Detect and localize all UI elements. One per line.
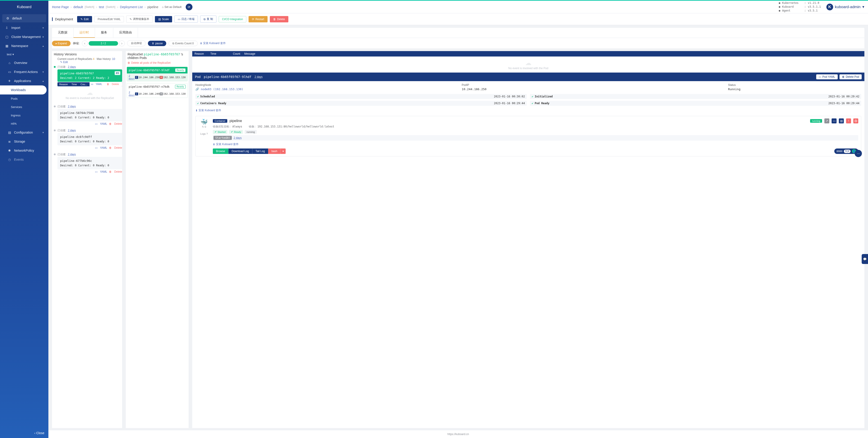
sidebar-item-workloads[interactable]: Workloads bbox=[0, 86, 46, 95]
crumb-switch[interactable]: [Switch] bbox=[85, 5, 94, 9]
install-link[interactable]: ⬇ 安装 Kuboard 套件 bbox=[213, 142, 239, 146]
restart-button[interactable]: ⟳ Restart bbox=[249, 16, 268, 22]
rs-delete-link[interactable]: 🗑 Delete bbox=[109, 170, 122, 173]
rs-events-header: ReasonTimeCou... ▭ YAML 🗑 Delete bbox=[57, 82, 122, 86]
replicaset-item[interactable]: 已创建: 2 days #4 pipeline-6b65f65f67 Desir… bbox=[52, 65, 122, 102]
crumb-home[interactable]: Home Page bbox=[52, 5, 69, 9]
edit-button[interactable]: ✎ Edit bbox=[77, 16, 92, 22]
pod-card[interactable]: pipeline-6b65f65f67-n7kdkReady 2 days C1… bbox=[127, 83, 188, 98]
crumb-test[interactable]: test bbox=[99, 5, 104, 9]
auto-scale-button[interactable]: 自动伸缩 bbox=[127, 40, 146, 46]
tabs: 元数据 运行时 服务 应用路由 bbox=[52, 28, 864, 38]
import-icon: ⇩ bbox=[4, 26, 9, 30]
rs-yaml-link[interactable]: ▭ YAML bbox=[95, 170, 107, 173]
install-link[interactable]: ⬇ 安装 Kuboard 套件 bbox=[195, 108, 221, 112]
ghost-icon: ☁ bbox=[57, 89, 122, 97]
chevron-up-icon: ▴ bbox=[42, 44, 44, 47]
scale-value: 2 / 2 bbox=[89, 41, 118, 46]
toolbar: Deployment ✎ Edit Preview/Edit YAML ✎ 调整… bbox=[49, 13, 868, 25]
node-link[interactable]: 🔗 node03 (192.168.153.130) bbox=[195, 88, 462, 91]
sidebar-item-hpa[interactable]: HPA bbox=[0, 120, 49, 128]
rs-delete-link[interactable]: 🗑 Delete bbox=[109, 146, 122, 149]
crumb-deploylist[interactable]: Deployment List bbox=[120, 5, 143, 9]
scale-button[interactable]: ▤ Scale bbox=[155, 16, 172, 22]
pod-card[interactable]: pipeline-6b65f65f67-9lhdfReady 2 days C1… bbox=[127, 67, 188, 81]
avatar: K bbox=[827, 4, 833, 10]
expand-button[interactable]: ▸ Expand bbox=[52, 41, 70, 46]
pause-button[interactable]: ⏸pause bbox=[148, 41, 166, 46]
replicaset-item[interactable]: 已创建: 2 days pipeline-677b6c96cDesired: 0… bbox=[52, 152, 122, 174]
rs-yaml-link[interactable]: ▭ YAML bbox=[95, 146, 107, 149]
crumb-switch2[interactable]: [Switch] bbox=[106, 5, 115, 9]
sidebar-item-overview[interactable]: ⌂Overview bbox=[0, 58, 49, 67]
copy-button[interactable]: ⧉ 复 制 bbox=[200, 15, 216, 23]
events-count-button[interactable]: ⧉ Events Count 0 bbox=[168, 41, 197, 46]
replicaset-item[interactable]: 已创建: 2 days pipeline-dc6fc9dffDesired: 0… bbox=[52, 128, 122, 150]
sidebar: Kuboard ⚙default ⇩Import▾ ▢Cluster Manag… bbox=[0, 1, 49, 438]
sidebar-namespace-test[interactable]: test ▾ bbox=[0, 50, 49, 58]
warn-button[interactable]: ! bbox=[846, 119, 851, 124]
rs-yaml-link[interactable]: ▭ YAML bbox=[95, 122, 107, 126]
more-fab[interactable]: ⋯ bbox=[855, 150, 862, 157]
pod-yaml-button[interactable]: ▭ Pod YAML bbox=[816, 74, 837, 79]
power-button[interactable]: ⏻ bbox=[853, 119, 858, 124]
file-button[interactable]: ▭ bbox=[832, 119, 837, 124]
tab-route[interactable]: 应用路由 bbox=[113, 28, 138, 38]
sidebar-item-configuration[interactable]: ▤Configuration▾ bbox=[0, 128, 49, 137]
docker-icon: 🐳 bbox=[198, 119, 210, 126]
tab-runtime[interactable]: 运行时 bbox=[73, 28, 95, 38]
chat-fab[interactable]: 💬 bbox=[862, 254, 868, 264]
scale-up-button[interactable]: › bbox=[119, 40, 125, 46]
user-menu[interactable]: K kuboard-admin ▾ bbox=[827, 4, 864, 10]
chevron-down-icon: ▾ bbox=[42, 70, 44, 73]
set-default-link[interactable]: ⌂Set as Default bbox=[162, 5, 182, 9]
sidebar-item-applications[interactable]: ✈Applications▴ bbox=[0, 76, 49, 86]
tab-meta[interactable]: 元数据 bbox=[52, 28, 73, 38]
delete-button[interactable]: 🗑 Delete bbox=[270, 16, 288, 22]
replicaset-item[interactable]: 已创建: 2 days pipeline-58764c7588Desired: … bbox=[52, 104, 122, 126]
sidebar-item-frequent[interactable]: ▭Frequent Actions▾ bbox=[0, 67, 49, 76]
sidebar-item-import[interactable]: ⇩Import▾ bbox=[0, 23, 49, 32]
browse-button[interactable]: Browse bbox=[213, 148, 228, 154]
delete-all-pods-link[interactable]: 🗑 Delete all pods of the ReplicaSet bbox=[126, 61, 172, 66]
sidebar-item-cluster[interactable]: ▢Cluster Management▾ bbox=[0, 32, 49, 41]
sidebar-item-namespace[interactable]: ▦Namespace▴ bbox=[0, 41, 49, 50]
bash-dropdown[interactable]: ▾ bbox=[281, 148, 286, 154]
check-icon: ✔ bbox=[197, 102, 199, 105]
rs-delete-link[interactable]: 🗑 Delete bbox=[105, 82, 122, 86]
gear-icon: ⚙ bbox=[5, 16, 10, 20]
sidebar-item-ingress[interactable]: Ingress bbox=[0, 111, 49, 120]
help-icon[interactable]: ? bbox=[206, 132, 208, 135]
sidebar-item-default[interactable]: ⚙default bbox=[2, 14, 46, 22]
topbar: Home Page› default [Switch]› test [Switc… bbox=[49, 1, 868, 13]
rs-yaml-link[interactable]: ▭ YAML bbox=[90, 82, 105, 86]
mirror-button[interactable]: ✎ 调整镜像版本 bbox=[126, 15, 153, 23]
container-name: pipeline bbox=[229, 119, 242, 123]
sidebar-item-events[interactable]: ◷Events bbox=[0, 155, 49, 164]
terminal-button[interactable]: ▤ bbox=[839, 119, 844, 124]
install-link[interactable]: ⬇ 安装 Kuboard 套件 bbox=[200, 41, 226, 45]
crumb-default[interactable]: default bbox=[73, 5, 83, 9]
yaml-button[interactable]: Preview/Edit YAML bbox=[94, 16, 124, 22]
config-icon: ▤ bbox=[7, 131, 12, 134]
caret-down-icon: ▾ bbox=[862, 4, 864, 9]
pods-column: ReplicaSet pipeline-6b65f65f67 's childr… bbox=[126, 51, 189, 428]
tab-service[interactable]: 服务 bbox=[95, 28, 113, 38]
share-button[interactable]: ↗ bbox=[824, 119, 829, 124]
bash-button[interactable]: bash bbox=[268, 148, 281, 154]
pod-delete-button[interactable]: 🗑 Delete Pod bbox=[839, 74, 862, 79]
container-tag: Container bbox=[213, 119, 227, 123]
sidebar-item-storage[interactable]: ≣Storage bbox=[0, 137, 49, 146]
tail-log-button[interactable]: Tail Log bbox=[252, 148, 268, 154]
history-edit-link[interactable]: ✎ Edit bbox=[60, 61, 68, 64]
sidebar-close[interactable]: ‹ Close bbox=[0, 428, 49, 438]
cicd-button[interactable]: CI/CD Integration bbox=[219, 16, 247, 22]
download-log-button[interactable]: Download Log bbox=[228, 148, 252, 154]
sidebar-item-networkpolicy[interactable]: ✱NetworkPolicy bbox=[0, 146, 49, 155]
sidebar-item-services[interactable]: Services bbox=[0, 103, 49, 111]
log-button[interactable]: ▭ 日志 / 终端 bbox=[174, 15, 198, 23]
scale-down-button[interactable]: ‹ bbox=[82, 40, 88, 46]
refresh-button[interactable]: ⟳ bbox=[186, 4, 192, 10]
sidebar-item-pods[interactable]: Pods bbox=[0, 95, 49, 103]
rs-delete-link[interactable]: 🗑 Delete bbox=[109, 122, 122, 126]
